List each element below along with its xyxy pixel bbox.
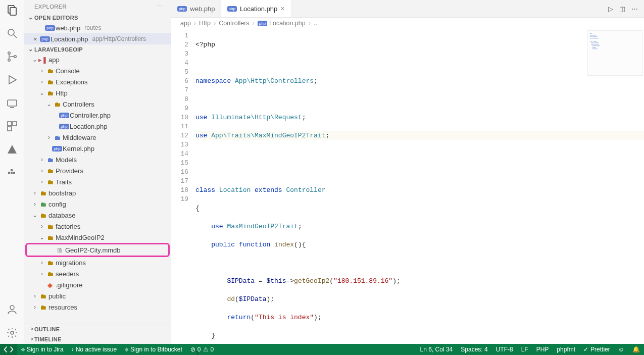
svg-rect-8 [8, 100, 17, 106]
close-icon[interactable]: × [280, 5, 284, 13]
tree-folder[interactable]: ›🖿Exceptions [24, 76, 171, 87]
azure-icon[interactable] [6, 143, 18, 156]
svg-rect-11 [13, 122, 17, 126]
account-icon[interactable] [6, 303, 18, 316]
timeline-label: TIMELINE [34, 336, 62, 342]
more-icon[interactable]: ⋯ [157, 3, 163, 10]
timeline-section[interactable]: ⌄TIMELINE [24, 334, 171, 344]
tree-folder[interactable]: ›🖿config [24, 198, 171, 210]
tab-web[interactable]: phpweb.php [171, 0, 221, 17]
file-meta: app/Http/Controllers [92, 35, 146, 42]
tree-folder[interactable]: ›🖿resources [24, 301, 171, 313]
split-icon[interactable]: ◫ [619, 5, 625, 13]
tree-folder[interactable]: ›🖿Middleware [24, 132, 171, 143]
status-bitbucket[interactable]: ⎆ Sign in to Bitbucket [121, 344, 186, 355]
open-editors-label: OPEN EDITORS [34, 15, 78, 21]
svg-rect-12 [8, 127, 12, 131]
tabs-actions: ▷ ◫ ⋯ [608, 5, 644, 13]
tree-folder[interactable]: ›🖿Traits [24, 176, 171, 187]
editor-area: phpweb.php phpLocation.php× ▷ ◫ ⋯ app› H… [171, 0, 644, 344]
tree-file[interactable]: phpController.php [24, 110, 171, 121]
main-container: EXPLORER ⋯ ⌄OPEN EDITORS php web.php rou… [0, 0, 644, 344]
line-gutter: 12345678910111213141516171819 [171, 29, 195, 344]
tree-folder[interactable]: ⌄🖿Http [24, 87, 171, 98]
svg-point-2 [8, 29, 14, 35]
remote-indicator[interactable] [0, 344, 17, 355]
svg-line-3 [14, 35, 17, 38]
docker-icon[interactable] [6, 167, 18, 179]
tab-location[interactable]: phpLocation.php× [221, 0, 291, 17]
file-meta: routes [84, 24, 101, 31]
source-control-icon[interactable] [6, 50, 18, 63]
tab-label: Location.php [240, 5, 277, 13]
tree-file[interactable]: phpKernel.php [24, 143, 171, 154]
bc-part[interactable]: ... [314, 20, 319, 27]
tab-label: web.php [190, 5, 215, 13]
code-content[interactable]: <?php namespace App\Http\Controllers; us… [195, 29, 644, 344]
tree-folder[interactable]: ›🖿migrations [24, 257, 171, 268]
file-tree: ⌄▸❚app ›🖿Console ›🖿Exceptions ⌄🖿Http ⌄🖿C… [24, 54, 171, 324]
tree-file[interactable]: ◆.gitignore [24, 279, 171, 290]
outline-label: OUTLINE [34, 326, 60, 332]
extensions-icon[interactable] [6, 120, 18, 132]
project-label: LARAVEL9GEOIP [34, 46, 83, 53]
svg-marker-7 [9, 76, 16, 84]
tree-folder[interactable]: ›🖿public [24, 290, 171, 301]
open-editors-section[interactable]: ⌄OPEN EDITORS [24, 13, 171, 22]
svg-rect-1 [10, 8, 16, 15]
tree-folder[interactable]: ›🖿Providers [24, 165, 171, 176]
sidebar: EXPLORER ⋯ ⌄OPEN EDITORS php web.php rou… [24, 0, 171, 344]
tree-file[interactable]: phpLocation.php [24, 121, 171, 132]
settings-icon[interactable] [6, 327, 18, 339]
svg-rect-16 [13, 172, 15, 174]
tree-folder[interactable]: ⌄🖿database [24, 210, 171, 221]
bc-part[interactable]: Http [199, 20, 211, 27]
activity-bar [0, 0, 24, 344]
bc-part[interactable]: Location.php [269, 20, 306, 27]
file-label: web.php [56, 24, 80, 32]
project-section[interactable]: ⌄LARAVEL9GEOIP [24, 44, 171, 54]
file-label: Location.php [51, 35, 88, 43]
tree-folder[interactable]: ›🖿Console [24, 65, 171, 76]
debug-icon[interactable] [6, 74, 18, 86]
svg-point-4 [8, 52, 10, 54]
tree-folder[interactable]: ⌄▸❚app [24, 54, 171, 65]
open-editor-item[interactable]: ×php Location.php app/Http/Controllers [24, 33, 171, 44]
status-jira[interactable]: ⎆ Sign in to Jira [17, 344, 68, 355]
tree-folder[interactable]: ⌄🖿MaxMindGeoIP2 [24, 232, 171, 243]
sidebar-title: EXPLORER [34, 4, 67, 10]
status-issue[interactable]: › No active issue [68, 344, 121, 355]
highlight-annotation: 🗎GeoIP2-City.mmdb [25, 243, 170, 257]
outline-section[interactable]: ⌄OUTLINE [24, 324, 171, 334]
svg-rect-14 [8, 172, 10, 174]
more-icon[interactable]: ⋯ [631, 5, 638, 13]
bc-part[interactable]: Controllers [219, 20, 249, 27]
editor-body[interactable]: 12345678910111213141516171819 <?php name… [171, 29, 644, 344]
svg-rect-17 [11, 169, 13, 171]
tree-file-highlighted[interactable]: 🗎GeoIP2-City.mmdb [27, 244, 168, 256]
explorer-icon[interactable] [6, 4, 18, 16]
tree-folder[interactable]: ›🖿seeders [24, 268, 171, 279]
bc-part[interactable]: app [180, 20, 191, 27]
tree-folder[interactable]: ›🖿Models [24, 154, 171, 165]
minimap[interactable]: ▄▄▄▄▄▄▄▄▄▄▄▄▄▄▄▄ ▄▄▄▄▄▄▄▄▄▄▄ ▄▄▄▄▄▄▄▄▄▄▄… [587, 30, 643, 76]
breadcrumb[interactable]: app› Http› Controllers› phpLocation.php›… [171, 18, 644, 29]
svg-point-18 [10, 306, 14, 310]
svg-point-5 [8, 59, 10, 61]
tab-bar: phpweb.php phpLocation.php× ▷ ◫ ⋯ [171, 0, 644, 18]
run-icon[interactable]: ▷ [608, 5, 613, 13]
open-editor-item[interactable]: php web.php routes [24, 22, 171, 33]
remote-icon[interactable] [6, 97, 18, 109]
svg-rect-15 [11, 172, 13, 174]
svg-rect-10 [8, 122, 12, 126]
svg-point-19 [11, 331, 14, 334]
tree-folder[interactable]: ›🖿factories [24, 221, 171, 232]
svg-point-6 [14, 56, 16, 58]
svg-marker-13 [8, 145, 17, 154]
search-icon[interactable] [6, 27, 18, 39]
tree-folder[interactable]: ›🖿bootstrap [24, 187, 171, 198]
sidebar-header: EXPLORER ⋯ [24, 0, 171, 13]
tree-folder[interactable]: ⌄🖿Controllers [24, 98, 171, 110]
